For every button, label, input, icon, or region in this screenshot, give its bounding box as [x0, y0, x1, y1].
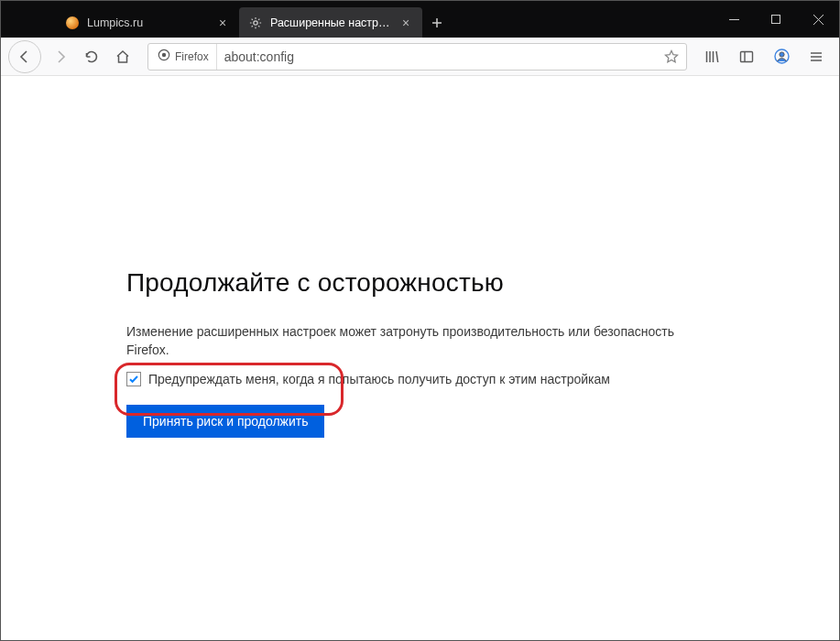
- warning-heading: Продолжайте с осторожностью: [126, 268, 713, 298]
- identity-box[interactable]: Firefox: [150, 44, 217, 70]
- tab-lumpics[interactable]: Lumpics.ru ×: [56, 7, 239, 38]
- sidebar-button[interactable]: [731, 41, 762, 72]
- accept-risk-button[interactable]: Принять риск и продолжить: [126, 405, 324, 438]
- home-button[interactable]: [107, 41, 138, 72]
- maximize-button[interactable]: [755, 1, 797, 38]
- warn-checkbox[interactable]: [126, 372, 141, 386]
- about-config-warning: Продолжайте с осторожностью Изменение ра…: [126, 268, 713, 438]
- close-window-button[interactable]: [797, 1, 839, 38]
- forward-button[interactable]: [45, 41, 76, 72]
- bookmark-star-button[interactable]: [659, 44, 684, 70]
- titlebar: Lumpics.ru × Расширенные настройки ×: [1, 1, 839, 38]
- new-tab-button[interactable]: [422, 7, 452, 38]
- tab-label: Lumpics.ru: [87, 16, 210, 29]
- page-content: Продолжайте с осторожностью Изменение ра…: [1, 76, 839, 640]
- reload-button[interactable]: [76, 41, 107, 72]
- back-button[interactable]: [8, 40, 41, 73]
- warning-description: Изменение расширенных настроек может зат…: [126, 323, 713, 359]
- window-controls: [713, 1, 839, 38]
- nav-toolbar: Firefox: [1, 38, 839, 76]
- url-bar[interactable]: Firefox: [147, 43, 687, 71]
- warn-checkbox-row[interactable]: Предупреждать меня, когда я попытаюсь по…: [126, 372, 713, 386]
- tab-close-button[interactable]: ×: [398, 16, 413, 30]
- svg-point-6: [779, 52, 783, 57]
- app-menu-button[interactable]: [801, 41, 832, 72]
- identity-label: Firefox: [175, 50, 209, 63]
- minimize-button[interactable]: [713, 1, 755, 38]
- warn-checkbox-label: Предупреждать меня, когда я попытаюсь по…: [148, 372, 610, 386]
- url-input[interactable]: [217, 44, 659, 70]
- tab-about-config[interactable]: Расширенные настройки ×: [239, 7, 422, 38]
- svg-rect-4: [741, 51, 753, 61]
- toolbar-right-icons: [696, 41, 834, 72]
- library-button[interactable]: [696, 41, 727, 72]
- svg-point-3: [162, 53, 166, 57]
- firefox-settings-icon: [248, 16, 263, 30]
- firefox-logo-icon: [158, 49, 170, 64]
- tab-strip: Lumpics.ru × Расширенные настройки ×: [56, 7, 452, 38]
- tab-label: Расширенные настройки: [270, 16, 393, 29]
- svg-point-0: [254, 20, 257, 24]
- svg-rect-1: [772, 16, 780, 24]
- lumpics-favicon-icon: [65, 16, 80, 30]
- tab-close-button[interactable]: ×: [215, 16, 230, 30]
- account-button[interactable]: [766, 41, 797, 72]
